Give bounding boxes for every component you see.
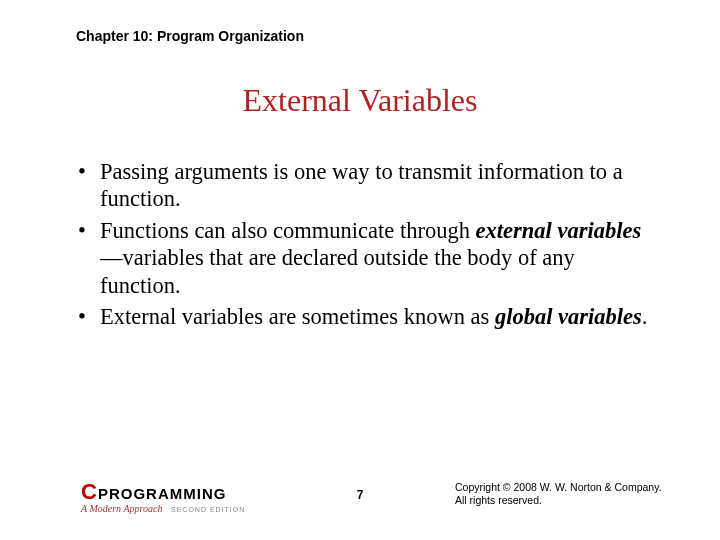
footer: C PROGRAMMING A Modern Approach SECOND E…: [0, 472, 720, 516]
logo-sub-text: A Modern Approach: [81, 503, 162, 514]
bullet-text: Passing arguments is one way to transmit…: [100, 159, 623, 211]
bullet-em: global variables: [495, 304, 642, 329]
bullet-item: Functions can also communicate through e…: [78, 217, 660, 299]
bullet-em: external variables: [476, 218, 642, 243]
logo-edition: SECOND EDITION: [171, 506, 245, 513]
copyright-line1: Copyright © 2008 W. W. Norton & Company.: [455, 481, 662, 495]
slide: Chapter 10: Program Organization Externa…: [0, 0, 720, 540]
bullet-item: External variables are sometimes known a…: [78, 303, 660, 330]
logo-subtitle: A Modern Approach SECOND EDITION: [81, 503, 245, 514]
chapter-header: Chapter 10: Program Organization: [76, 28, 304, 44]
bullet-list: Passing arguments is one way to transmit…: [78, 158, 660, 335]
bullet-text-post: .: [642, 304, 648, 329]
copyright: Copyright © 2008 W. W. Norton & Company.…: [455, 481, 662, 508]
bullet-item: Passing arguments is one way to transmit…: [78, 158, 660, 213]
slide-title: External Variables: [0, 82, 720, 119]
bullet-text-post: —variables that are declared outside the…: [100, 245, 575, 297]
copyright-line2: All rights reserved.: [455, 494, 662, 508]
bullet-text: Functions can also communicate through: [100, 218, 476, 243]
bullet-text: External variables are sometimes known a…: [100, 304, 495, 329]
